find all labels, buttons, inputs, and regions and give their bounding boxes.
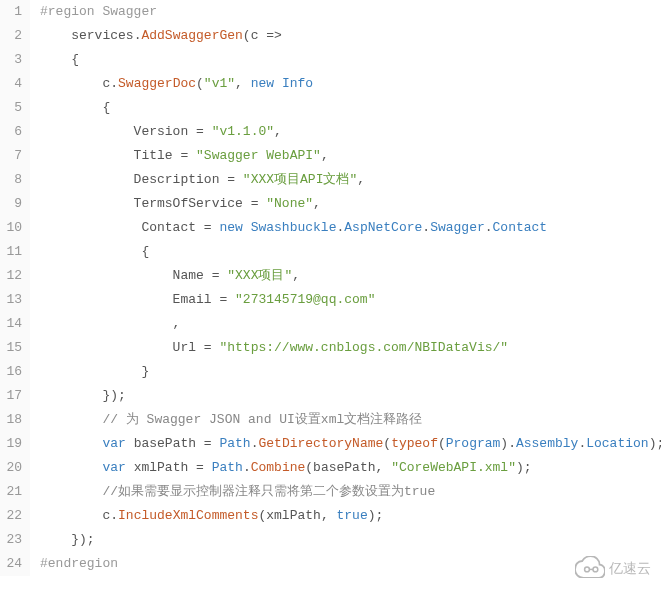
token-ident: Version (40, 124, 196, 139)
token-punc: . (243, 460, 251, 475)
token-punc: = (196, 460, 212, 475)
token-punc: . (422, 220, 430, 235)
code-line: }); (40, 528, 661, 552)
token-punc: ( (383, 436, 391, 451)
token-punc (274, 76, 282, 91)
code-line: { (40, 48, 661, 72)
token-string: "273145719@qq.com" (235, 292, 375, 307)
code-line: c.SwaggerDoc("v1", new Info (40, 72, 661, 96)
token-ident: Email (40, 292, 219, 307)
token-keyword: var (102, 436, 125, 451)
code-line: Name = "XXX项目", (40, 264, 661, 288)
token-punc: ); (368, 508, 384, 523)
token-method: AddSwaggerGen (141, 28, 242, 43)
token-ident: services (40, 28, 134, 43)
token-preproc: #endregion (40, 556, 118, 571)
line-number: 21 (0, 480, 22, 504)
line-number: 12 (0, 264, 22, 288)
token-string: "v1.1.0" (212, 124, 274, 139)
watermark: 亿速云 (575, 556, 651, 582)
line-number: 5 (0, 96, 22, 120)
svg-point-0 (585, 567, 590, 572)
token-type: Swashbuckle (251, 220, 337, 235)
token-punc: , (313, 196, 321, 211)
line-number: 8 (0, 168, 22, 192)
token-ident: Contact (40, 220, 204, 235)
code-body[interactable]: #region Swagger services.AddSwaggerGen(c… (30, 0, 661, 576)
line-number: 15 (0, 336, 22, 360)
token-preproc: #region Swagger (40, 4, 157, 19)
code-line: //如果需要显示控制器注释只需将第二个参数设置为true (40, 480, 661, 504)
line-number: 17 (0, 384, 22, 408)
line-number: 19 (0, 432, 22, 456)
code-line: }); (40, 384, 661, 408)
token-punc: . (110, 508, 118, 523)
token-punc: = (204, 340, 220, 355)
line-number: 9 (0, 192, 22, 216)
token-type: Path (219, 436, 250, 451)
token-punc: = (204, 220, 220, 235)
token-punc (40, 460, 102, 475)
code-editor: 123456789101112131415161718192021222324 … (0, 0, 661, 576)
token-punc: , (321, 148, 329, 163)
code-line: Contact = new Swashbuckle.AspNetCore.Swa… (40, 216, 661, 240)
token-typeof: typeof (391, 436, 438, 451)
line-number: 6 (0, 120, 22, 144)
code-line: { (40, 96, 661, 120)
code-line: Version = "v1.1.0", (40, 120, 661, 144)
code-line: Title = "Swagger WebAPI", (40, 144, 661, 168)
line-number: 20 (0, 456, 22, 480)
token-punc: = (227, 172, 243, 187)
token-punc (40, 436, 102, 451)
token-comment: //如果需要显示控制器注释只需将第二个参数设置为true (40, 484, 435, 499)
token-string: "None" (266, 196, 313, 211)
token-punc: . (485, 220, 493, 235)
line-number: 22 (0, 504, 22, 528)
code-line: , (40, 312, 661, 336)
code-line: #region Swagger (40, 0, 661, 24)
token-punc: (xmlPath, (258, 508, 336, 523)
token-ident: Name (40, 268, 212, 283)
token-punc: }); (40, 532, 95, 547)
token-punc: ( (196, 76, 204, 91)
cloud-icon (575, 556, 605, 582)
token-ident: Title (40, 148, 180, 163)
token-punc: = (219, 292, 235, 307)
code-line: Email = "273145719@qq.com" (40, 288, 661, 312)
token-punc: ). (500, 436, 516, 451)
token-method: GetDirectoryName (258, 436, 383, 451)
code-line: { (40, 240, 661, 264)
token-method: IncludeXmlComments (118, 508, 258, 523)
code-line: services.AddSwaggerGen(c => (40, 24, 661, 48)
code-line: var xmlPath = Path.Combine(basePath, "Co… (40, 456, 661, 480)
token-method: SwaggerDoc (118, 76, 196, 91)
token-string: "v1" (204, 76, 235, 91)
token-punc: ( (438, 436, 446, 451)
token-punc: { (40, 244, 149, 259)
code-line: Url = "https://www.cnblogs.com/NBIDataVi… (40, 336, 661, 360)
svg-point-1 (593, 567, 598, 572)
token-keyword: true (336, 508, 367, 523)
token-type: Path (212, 460, 243, 475)
token-type: Contact (493, 220, 548, 235)
token-method: Combine (251, 460, 306, 475)
line-number: 18 (0, 408, 22, 432)
token-ident: basePath (126, 436, 204, 451)
token-string: "Swagger WebAPI" (196, 148, 321, 163)
code-line: // 为 Swagger JSON and UI设置xml文档注释路径 (40, 408, 661, 432)
code-line: #endregion (40, 552, 661, 576)
line-number: 16 (0, 360, 22, 384)
token-ident: xmlPath (126, 460, 196, 475)
token-punc: ); (649, 436, 661, 451)
token-ident: c (40, 508, 110, 523)
token-ident: Description (40, 172, 227, 187)
line-number: 7 (0, 144, 22, 168)
watermark-text: 亿速云 (609, 560, 651, 578)
code-line: Description = "XXX项目API文档", (40, 168, 661, 192)
token-punc: , (235, 76, 251, 91)
code-line: c.IncludeXmlComments(xmlPath, true); (40, 504, 661, 528)
token-type: AspNetCore (344, 220, 422, 235)
line-number: 23 (0, 528, 22, 552)
token-punc: => (266, 28, 282, 43)
token-punc: , (292, 268, 300, 283)
